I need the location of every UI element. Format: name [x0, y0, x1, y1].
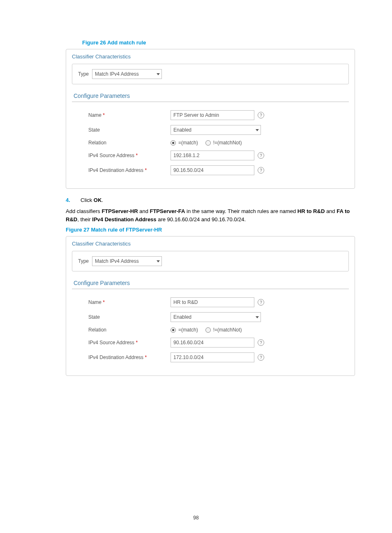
relation-label: Relation: [88, 327, 171, 333]
type-label: Type: [78, 258, 89, 264]
step-text-prefix: Click: [81, 197, 94, 203]
relation-matchnot-radio[interactable]: [205, 327, 211, 333]
relation-matchnot-label: !=(matchNot): [213, 140, 242, 146]
src-label-text: IPv4 Source Address: [88, 340, 134, 345]
type-select-value: Match IPv4 Address: [95, 258, 139, 264]
page-number: 98: [0, 515, 392, 521]
configure-parameters-title: Configure Parameters: [74, 280, 349, 286]
dst-label-text: IPv4 Destination Address: [88, 167, 143, 173]
state-select-value: Enabled: [173, 314, 191, 320]
figure-27-panel: Classifier Characteristics Type Match IP…: [66, 236, 355, 376]
type-row: Type Match IPv4 Address: [72, 251, 349, 271]
name-label: Name *: [88, 299, 171, 305]
paragraph: Add classifiers FTPServer-HR and FTPServ…: [66, 207, 355, 223]
src-label: IPv4 Source Address *: [88, 340, 171, 345]
chevron-down-icon: [256, 316, 259, 318]
src-input[interactable]: 192.168.1.2: [171, 151, 254, 160]
name-label: Name *: [88, 112, 171, 118]
help-icon[interactable]: ?: [258, 354, 264, 361]
dst-label: IPv4 Destination Address *: [88, 355, 171, 360]
required-mark: *: [145, 167, 147, 173]
type-select[interactable]: Match IPv4 Address: [92, 69, 162, 79]
section-divider: [72, 102, 349, 102]
dst-input[interactable]: 90.16.50.0/24: [171, 165, 254, 175]
name-row: Name * HR to R&D ?: [72, 297, 349, 307]
classifier-characteristics-title: Classifier Characteristics: [72, 53, 349, 60]
p-bold: IPv4 Destination Address: [92, 216, 156, 222]
help-icon[interactable]: ?: [258, 152, 264, 159]
name-label-text: Name: [88, 112, 101, 118]
relation-row: Relation =(match) !=(matchNot): [72, 140, 349, 146]
dst-label: IPv4 Destination Address *: [88, 167, 171, 173]
relation-match-label: =(match): [178, 327, 198, 333]
help-icon[interactable]: ?: [258, 112, 264, 118]
src-row: IPv4 Source Address * 192.168.1.2 ?: [72, 151, 349, 160]
step-text-suffix: .: [101, 197, 103, 203]
relation-match-radio[interactable]: [171, 327, 176, 333]
state-select[interactable]: Enabled: [171, 125, 261, 135]
p-bold: FTPServer-FA: [150, 208, 185, 214]
src-label: IPv4 Source Address *: [88, 153, 171, 158]
chevron-down-icon: [157, 73, 160, 75]
p-text: are 90.16.60.0/24 and 90.16.70.0/24.: [157, 216, 246, 222]
relation-label: Relation: [88, 140, 171, 146]
name-input[interactable]: FTP Server to Admin: [171, 110, 254, 120]
required-mark: *: [103, 299, 105, 305]
relation-row: Relation =(match) !=(matchNot): [72, 327, 349, 333]
name-input[interactable]: HR to R&D: [171, 297, 254, 307]
state-select-value: Enabled: [173, 127, 191, 133]
name-label-text: Name: [88, 299, 101, 305]
chevron-down-icon: [157, 260, 160, 262]
type-row: Type Match IPv4 Address: [72, 64, 349, 84]
type-select[interactable]: Match IPv4 Address: [92, 256, 162, 266]
p-text: , their: [77, 216, 92, 222]
relation-radio-group: =(match) !=(matchNot): [171, 327, 242, 333]
step-number: 4.: [66, 197, 81, 203]
required-mark: *: [136, 153, 138, 158]
p-bold: HR to R&D: [297, 208, 325, 214]
dst-label-text: IPv4 Destination Address: [88, 355, 143, 360]
configure-parameters-title: Configure Parameters: [74, 93, 349, 99]
relation-match-radio[interactable]: [171, 140, 176, 146]
src-label-text: IPv4 Source Address: [88, 153, 134, 158]
state-row: State Enabled: [72, 312, 349, 322]
state-row: State Enabled: [72, 125, 349, 135]
state-label: State: [88, 127, 171, 133]
type-select-value: Match IPv4 Address: [95, 71, 139, 77]
section-divider: [72, 289, 349, 289]
help-icon[interactable]: ?: [258, 299, 264, 306]
required-mark: *: [103, 112, 105, 118]
relation-radio-group: =(match) !=(matchNot): [171, 140, 242, 146]
relation-matchnot-label: !=(matchNot): [213, 327, 242, 333]
p-text: in the same way. Their match rules are n…: [185, 208, 297, 214]
figure-26-title: Figure 26 Add match rule: [82, 39, 355, 46]
step-text-ok: OK: [94, 197, 102, 203]
step-text: Click OK.: [81, 197, 103, 203]
relation-match-label: =(match): [178, 140, 198, 146]
chevron-down-icon: [256, 129, 259, 131]
p-bold: FTPServer-HR: [101, 208, 138, 214]
relation-matchnot-radio[interactable]: [205, 140, 211, 146]
required-mark: *: [145, 355, 147, 360]
step-4: 4. Click OK.: [66, 197, 355, 203]
type-label: Type: [78, 71, 89, 77]
figure-26-panel: Classifier Characteristics Type Match IP…: [66, 49, 355, 189]
dst-input[interactable]: 172.10.0.0/24: [171, 352, 254, 362]
state-label: State: [88, 314, 171, 320]
name-row: Name * FTP Server to Admin ?: [72, 110, 349, 120]
dst-row: IPv4 Destination Address * 172.10.0.0/24…: [72, 352, 349, 362]
required-mark: *: [136, 340, 138, 345]
classifier-characteristics-title: Classifier Characteristics: [72, 241, 349, 247]
help-icon[interactable]: ?: [258, 167, 264, 174]
state-select[interactable]: Enabled: [171, 312, 261, 322]
src-input[interactable]: 90.16.60.0/24: [171, 338, 254, 348]
dst-row: IPv4 Destination Address * 90.16.50.0/24…: [72, 165, 349, 175]
p-text: and: [325, 208, 337, 214]
p-text: Add classifiers: [66, 208, 101, 214]
p-text: and: [138, 208, 150, 214]
src-row: IPv4 Source Address * 90.16.60.0/24 ?: [72, 338, 349, 348]
help-icon[interactable]: ?: [258, 339, 264, 346]
figure-27-title: Figure 27 Match rule of FTPServer-HR: [66, 227, 355, 233]
